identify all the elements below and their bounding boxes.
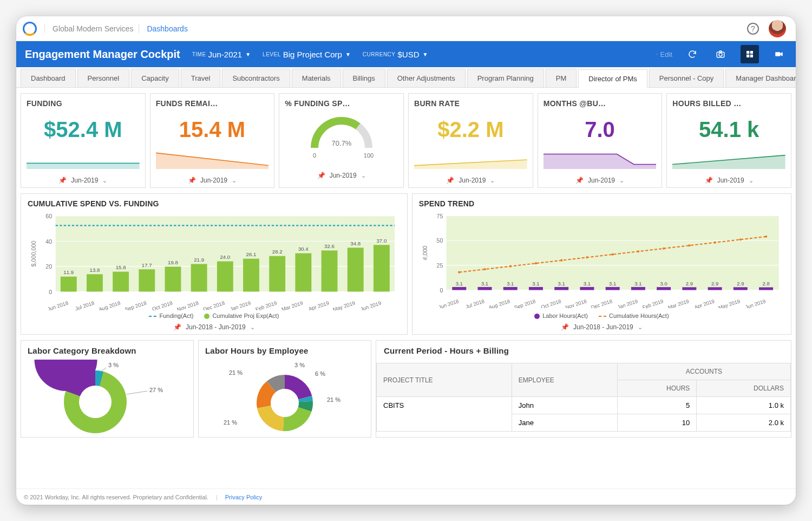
privacy-link[interactable]: Privacy Policy	[225, 494, 262, 500]
kpi-3: BURN RATE$2.2 M 📌Jun-2019⌄	[408, 93, 533, 188]
svg-rect-5	[750, 55, 753, 57]
tab-director-of-pms[interactable]: Director of PMs	[578, 69, 647, 88]
filter-level[interactable]: LEVEL Big Project Corp ▼	[263, 50, 351, 59]
tab-manager-dashboard[interactable]: Manager Dashboard	[725, 69, 796, 87]
chevron-down-icon: ⌄	[361, 172, 366, 179]
svg-text:Sep 2018: Sep 2018	[513, 298, 536, 308]
svg-text:Oct 2018: Oct 2018	[151, 300, 173, 310]
svg-rect-6	[775, 52, 780, 56]
svg-text:19.8: 19.8	[168, 259, 178, 265]
svg-rect-81	[631, 287, 645, 290]
kpi-date-picker[interactable]: 📌Jun-2019⌄	[414, 177, 527, 184]
filter-time-label: TIME	[192, 51, 206, 57]
edit-button[interactable]: Edit	[656, 46, 672, 62]
kpi-date-picker[interactable]: 📌Jun-2019⌄	[543, 177, 657, 184]
svg-text:11.9: 11.9	[63, 269, 74, 275]
camera-button[interactable]	[712, 46, 729, 62]
kpi-0: FUNDING$52.4 M 📌Jun-2019⌄	[21, 93, 146, 188]
tab-personnel[interactable]: Personnel	[77, 69, 130, 87]
avatar[interactable]	[769, 20, 786, 37]
col-hours: HOURS	[617, 380, 696, 397]
chevron-down-icon: ⌄	[232, 177, 237, 184]
svg-text:3.1: 3.1	[558, 281, 565, 286]
kpi-title: % FUNDING SP…	[285, 99, 398, 108]
svg-text:Sep 2018: Sep 2018	[124, 300, 147, 310]
svg-text:60: 60	[45, 213, 52, 219]
svg-text:Jul 2018: Jul 2018	[464, 298, 485, 308]
svg-rect-17	[61, 277, 77, 292]
svg-text:0: 0	[440, 287, 443, 294]
pin-icon: 📌	[561, 323, 569, 331]
svg-text:Apr 2019: Apr 2019	[307, 300, 330, 310]
page-title: Engagement Manager Cockpit	[25, 48, 180, 61]
svg-text:34.8: 34.8	[350, 240, 361, 246]
kpi-date: Jun-2019	[717, 177, 744, 184]
video-button[interactable]	[771, 46, 787, 62]
tab-pm[interactable]: PM	[546, 69, 577, 87]
svg-text:Dec 2018: Dec 2018	[202, 300, 226, 310]
grid-view-button[interactable]	[741, 45, 759, 63]
kpi-date-picker[interactable]: 📌Jun-2019⌄	[672, 177, 785, 184]
svg-text:3.1: 3.1	[532, 281, 539, 286]
hours-billing-table: Current Period - Hours + Billing PROJECT…	[376, 340, 791, 438]
card-title: Labor Category Breakdown	[28, 346, 187, 355]
svg-text:3.1: 3.1	[507, 281, 514, 286]
legend-cum: Cumulative Hours(Act)	[599, 312, 669, 319]
svg-rect-41	[374, 245, 390, 291]
copyright: © 2021 Workday, Inc. All rights reserved…	[24, 494, 208, 500]
svg-text:75: 75	[436, 213, 443, 219]
cell-dollars: 1.0 k	[697, 397, 791, 414]
tab-travel[interactable]: Travel	[181, 69, 221, 87]
legend-funding: Funding(Act)	[149, 312, 193, 319]
tab-other-adjustments[interactable]: Other Adjustments	[387, 69, 466, 87]
kpi-value: 7.0	[543, 118, 657, 142]
filter-level-value: Big Project Corp	[283, 50, 342, 59]
svg-text:32.6: 32.6	[324, 243, 335, 249]
svg-rect-79	[605, 287, 619, 290]
refresh-button[interactable]	[684, 46, 700, 62]
svg-point-105	[765, 236, 767, 238]
chart-date-range[interactable]: 📌 Jun-2018 - Jun-2019 ⌄	[28, 323, 401, 331]
workday-logo-icon[interactable]	[23, 22, 37, 36]
kpi-date-picker[interactable]: 📌Jun-2019⌄	[156, 177, 269, 184]
svg-point-1	[719, 53, 722, 56]
filter-time[interactable]: TIME Jun-2021 ▼	[192, 50, 251, 59]
cell-hours: 5	[617, 397, 696, 414]
svg-rect-35	[295, 253, 311, 292]
svg-point-97	[560, 259, 562, 262]
breadcrumb-dashboards[interactable]: Dashboards	[139, 24, 188, 33]
cell-dollars: 2.0 k	[697, 414, 791, 432]
chevron-down-icon: ▼	[245, 51, 251, 57]
tab-materials[interactable]: Materials	[292, 69, 341, 87]
svg-text:21.9: 21.9	[194, 257, 204, 263]
svg-point-98	[586, 256, 588, 258]
svg-text:Jun 2018: Jun 2018	[47, 300, 69, 310]
tab-billings[interactable]: Billings	[343, 69, 385, 87]
col-project: PROJECT TITLE	[377, 363, 512, 397]
gauge: 70.7% 0 100	[285, 112, 398, 164]
svg-text:Jun 2018: Jun 2018	[437, 298, 460, 308]
kpi-date-picker[interactable]: 📌Jun-2019⌄	[285, 172, 398, 179]
svg-point-95	[509, 265, 511, 268]
tab-subcontractors[interactable]: Subcontractors	[222, 69, 290, 87]
tenant-name: Global Modern Services	[44, 24, 133, 33]
svg-text:25: 25	[436, 262, 443, 269]
tab-personnel-copy[interactable]: Personnel - Copy	[649, 69, 724, 87]
table-row[interactable]: CBITSJohn51.0 k	[377, 397, 791, 414]
cell-project: CBITS	[377, 397, 512, 432]
tab-dashboard[interactable]: Dashboard	[21, 69, 76, 87]
tab-program-planning[interactable]: Program Planning	[467, 69, 544, 87]
chevron-down-icon: ⌄	[638, 324, 643, 331]
card-title: Labor Hours by Employee	[205, 346, 364, 355]
svg-text:3.1: 3.1	[609, 281, 616, 286]
svg-text:Jul 2018: Jul 2018	[74, 300, 95, 310]
svg-point-103	[713, 242, 716, 244]
sparkline	[543, 149, 657, 169]
filter-currency[interactable]: CURRENCY $USD ▼	[363, 50, 428, 59]
svg-point-93	[458, 271, 460, 273]
chart-date-range[interactable]: 📌 Jun-2018 - Jun-2019 ⌄	[419, 323, 784, 331]
chevron-down-icon: ⌄	[102, 177, 107, 184]
help-icon[interactable]: ?	[747, 23, 759, 35]
kpi-date-picker[interactable]: 📌Jun-2019⌄	[27, 177, 140, 184]
tab-capacity[interactable]: Capacity	[131, 69, 179, 87]
